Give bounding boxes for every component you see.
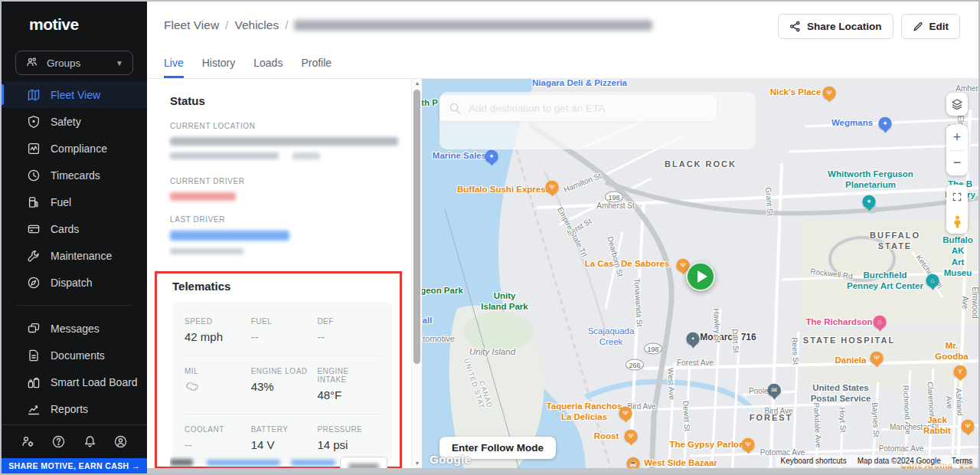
tab-live[interactable]: Live (164, 48, 184, 78)
groups-icon (25, 55, 39, 71)
map-poi-pin[interactable]: Ψ (871, 352, 884, 365)
route-shield-266: 266 (626, 359, 644, 371)
sidebar-item-fuel[interactable]: Fuel (2, 188, 147, 215)
share-location-button[interactable]: Share Location (778, 14, 893, 39)
scrollbar-thumb[interactable] (413, 90, 420, 364)
sidebar-item-reports[interactable]: Reports (2, 395, 147, 422)
keyboard-shortcuts-link[interactable]: Keyboard shortcuts (780, 457, 846, 465)
sidebar-item-documents[interactable]: Documents (2, 342, 147, 369)
fuel-icon (27, 195, 41, 209)
vehicle-location-marker[interactable] (686, 262, 715, 291)
metric-value: -- (317, 330, 377, 343)
sidebar-item-cards[interactable]: Cards (2, 215, 147, 242)
breadcrumb-vehicles[interactable]: Vehicles (234, 18, 279, 32)
map-attribution: Keyboard shortcuts Map data ©2024 Google… (776, 455, 977, 467)
location-detail-redacted (170, 152, 279, 159)
telematics-metric-speed: SPEED42 mph (185, 306, 251, 355)
link-redacted[interactable] (291, 460, 335, 466)
map-zoom-control: + − (946, 125, 968, 175)
sidebar-item-dispatch[interactable]: Dispatch (2, 269, 147, 296)
edit-button[interactable]: Edit (901, 14, 961, 39)
map[interactable]: Niagara Deli & Pizzeriath PNick's PlaceA… (422, 79, 978, 468)
horizontal-scrollbar[interactable] (147, 468, 978, 473)
metric-label: PRESSURE (317, 425, 377, 434)
map-layers-button[interactable] (946, 93, 968, 116)
link-redacted[interactable] (207, 460, 280, 466)
map-poi-pin[interactable]: Ψ (823, 87, 836, 100)
admin-gear-icon[interactable] (21, 434, 35, 449)
edit-pencil-icon (913, 21, 923, 32)
share-icon (789, 21, 801, 32)
terms-link[interactable]: Terms (952, 457, 972, 465)
help-icon[interactable] (51, 434, 66, 449)
map-poi-pin[interactable]: • (687, 332, 700, 346)
tab-loads[interactable]: Loads (253, 48, 283, 78)
route-shield-198: 198 (644, 343, 662, 355)
fleet-icon (27, 88, 41, 102)
map-poi-pin[interactable]: ☕ (627, 457, 640, 468)
last-driver-detail-redacted (170, 248, 243, 254)
partial-button[interactable] (340, 457, 387, 468)
scroll-down-arrow[interactable]: ▼ (412, 459, 423, 468)
zoom-out-button[interactable]: − (946, 151, 968, 176)
groups-label: Groups (47, 57, 80, 69)
share-motive-banner[interactable]: SHARE MOTIVE, EARN CASH → (2, 458, 147, 473)
street-view-pegman[interactable] (946, 209, 968, 234)
last-driver-link-redacted[interactable] (170, 231, 289, 241)
metric-label: SPEED (185, 317, 248, 326)
breadcrumb-fleet-view[interactable]: Fleet View (164, 18, 219, 32)
sidebar-item-smart-load-board[interactable]: Smart Load Board (2, 369, 147, 395)
telematics-metric-engine-load: ENGINE LOAD43% (251, 355, 318, 414)
account-icon[interactable] (113, 434, 128, 449)
sidebar-item-label: Messages (51, 323, 100, 335)
sidebar-item-label: Safety (51, 116, 81, 128)
sidebar-item-messages[interactable]: Messages (2, 315, 147, 342)
telematics-metric-fuel: FUEL-- (251, 306, 318, 355)
sidebar-item-maintenance[interactable]: Maintenance (2, 242, 147, 269)
map-poi-pin[interactable]: ✦ (485, 150, 498, 163)
map-poi-pin[interactable]: Ψ (619, 407, 632, 420)
map-poi-pin[interactable]: Ψ (546, 181, 559, 194)
sidebar-item-fleet-view[interactable]: Fleet View (2, 81, 147, 108)
timecards-icon (27, 169, 41, 182)
metric-label: ENGINE INTAKE (317, 367, 377, 384)
map-poi-pin[interactable]: Ψ (962, 420, 975, 433)
sidebar-item-label: Maintenance (51, 250, 112, 262)
map-poi-pin[interactable]: ⌂ (926, 274, 939, 287)
telematics-grid: SPEED42 mphFUEL--DEF--MILENGINE LOAD43%E… (172, 306, 392, 464)
sidebar-item-label: Smart Load Board (51, 376, 138, 388)
map-poi-pin[interactable]: ✦ (879, 117, 892, 130)
map-poi-pin[interactable]: Y (954, 365, 967, 378)
metric-value: 48°F (317, 388, 377, 401)
metric-label: COOLANT (185, 425, 248, 434)
eta-search-overlay (439, 92, 756, 149)
map-poi-pin[interactable]: ✉ (768, 384, 781, 397)
map-poi-pin[interactable]: ⌂ (874, 316, 887, 329)
sidebar-item-compliance[interactable]: Compliance (2, 135, 147, 162)
sidebar-nav-secondary: MessagesDocumentsSmart Load BoardReports (2, 315, 147, 422)
current-driver-label: CURRENT DRIVER (170, 177, 400, 185)
metric-value: 14 V (251, 438, 315, 451)
groups-dropdown[interactable]: Groups ▼ (15, 51, 133, 75)
telematics-title: Telematics (172, 280, 392, 293)
sidebar-item-label: Timecards (51, 169, 100, 182)
metric-label: BATTERY (251, 425, 315, 434)
vertical-scrollbar[interactable]: ▲ ▼ (411, 79, 422, 468)
telematics-metric-def: DEF-- (317, 306, 380, 355)
map-poi-pin[interactable]: ✦ (863, 195, 876, 208)
vehicle-heading-arrow (697, 270, 707, 283)
tab-profile[interactable]: Profile (301, 48, 332, 78)
sidebar-item-timecards[interactable]: Timecards (2, 162, 147, 188)
scroll-up-arrow[interactable]: ▲ (412, 79, 423, 88)
telematics-metric-mil: MIL (185, 355, 251, 414)
map-poi-pin[interactable]: Ψ (742, 438, 755, 451)
tab-history[interactable]: History (202, 48, 236, 78)
bell-icon[interactable] (83, 434, 97, 449)
breadcrumb: Fleet View / Vehicles / (164, 18, 652, 32)
zoom-in-button[interactable]: + (946, 125, 968, 150)
sidebar-item-safety[interactable]: Safety (2, 108, 147, 135)
fullscreen-button[interactable] (946, 185, 968, 209)
map-poi-pin[interactable]: Ψ (625, 430, 638, 443)
telematics-metric-engine-intake: ENGINE INTAKE48°F (317, 355, 380, 414)
app-window: motive Groups ▼ Fleet ViewSafetyComplian… (0, 0, 980, 475)
